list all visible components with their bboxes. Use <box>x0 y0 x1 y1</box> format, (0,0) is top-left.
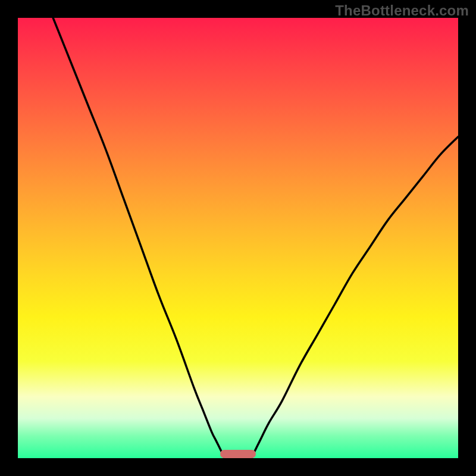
plot-area <box>18 18 458 458</box>
bottleneck-marker <box>220 450 255 458</box>
chart-frame: TheBottleneck.com <box>0 0 476 476</box>
left-curve <box>53 18 225 458</box>
watermark-text: TheBottleneck.com <box>335 2 469 19</box>
curve-svg <box>18 18 458 458</box>
right-curve <box>251 137 458 458</box>
